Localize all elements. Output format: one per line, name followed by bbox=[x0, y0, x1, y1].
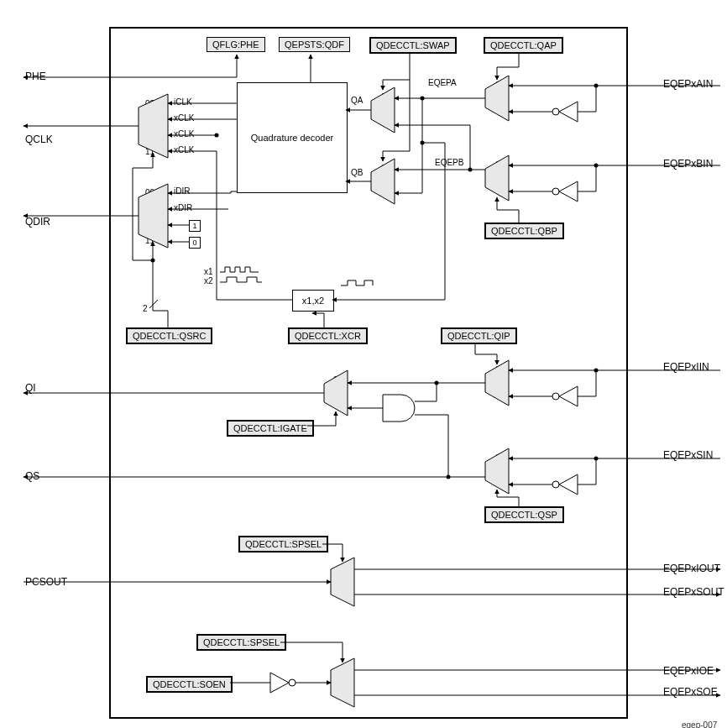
svg-marker-19 bbox=[270, 673, 289, 693]
svg-marker-4 bbox=[485, 76, 509, 121]
svg-marker-5 bbox=[485, 155, 509, 201]
svg-marker-2 bbox=[371, 87, 395, 133]
svg-marker-11 bbox=[559, 102, 578, 122]
wiring-svg bbox=[8, 8, 727, 728]
svg-line-89 bbox=[149, 300, 158, 308]
svg-marker-7 bbox=[485, 448, 509, 494]
svg-marker-15 bbox=[559, 386, 578, 406]
svg-marker-8 bbox=[324, 370, 348, 416]
svg-marker-3 bbox=[371, 159, 395, 204]
svg-point-18 bbox=[552, 481, 559, 488]
svg-marker-1 bbox=[139, 184, 168, 248]
diagram-canvas: PHE QCLK QDIR QI QS PCSOUT EQEPxAIN EQEP… bbox=[8, 8, 727, 728]
svg-marker-0 bbox=[139, 94, 168, 158]
svg-marker-10 bbox=[331, 658, 354, 707]
svg-marker-13 bbox=[559, 181, 578, 202]
svg-point-14 bbox=[552, 188, 559, 195]
svg-marker-17 bbox=[559, 474, 578, 495]
svg-point-16 bbox=[552, 393, 559, 400]
svg-marker-6 bbox=[485, 360, 509, 406]
svg-point-20 bbox=[289, 679, 296, 686]
svg-marker-9 bbox=[331, 558, 354, 606]
svg-point-12 bbox=[552, 108, 559, 115]
